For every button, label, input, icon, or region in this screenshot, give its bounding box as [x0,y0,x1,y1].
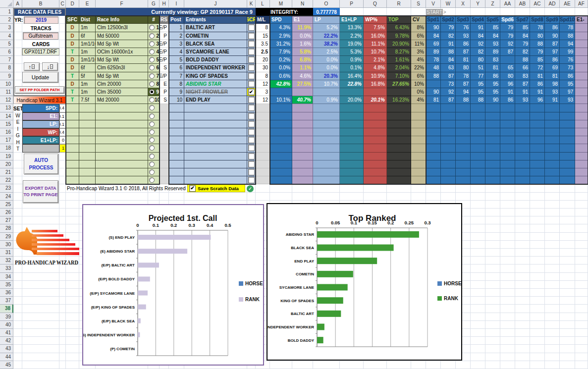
wp-cell[interactable]: 16.8% [364,80,387,88]
row-header-14[interactable]: 14 [0,112,13,120]
morning-line-cell[interactable]: 15 [256,32,270,40]
morning-line-cell[interactable] [256,104,270,112]
e1lp-cell[interactable] [340,168,364,176]
speed-fig-cell[interactable] [441,153,456,160]
wp-cell[interactable] [364,160,387,168]
column-header-L[interactable]: L [256,0,270,8]
speed-fig-cell[interactable]: 91 [545,96,560,104]
speed-fig-cell[interactable] [485,176,500,184]
column-header-C[interactable]: C [59,0,66,8]
checkbox-icon[interactable]: ✔ [189,185,196,192]
select-all-corner[interactable] [0,0,13,8]
speed-fig-cell[interactable] [485,128,500,136]
speed-fig-cell[interactable]: 80 [530,32,545,40]
race-info-cell[interactable] [96,104,148,112]
dist-cell[interactable]: 5f [79,72,96,80]
header-rs[interactable]: RS [160,16,169,24]
e1lp-cell[interactable]: 20.0% [340,96,364,104]
cv-cell[interactable]: 10% [411,80,426,88]
radio-icon[interactable] [149,169,155,175]
speed-fig-cell[interactable]: 77 [471,72,485,80]
e1lp-cell[interactable]: 13.3% [340,24,364,32]
row-header-11[interactable]: 11 [0,88,13,96]
set-pp-folder-path-button[interactable]: SET PP FOLDER PATH [15,86,64,94]
speed-fig-cell[interactable]: 87 [500,48,515,56]
e1lp-cell[interactable] [340,128,364,136]
speed-fig-cell[interactable]: 93 [545,88,560,96]
speed-fig-cell[interactable] [545,153,560,160]
row-header-25[interactable]: 25 [0,201,13,209]
speed-fig-cell[interactable] [545,128,560,136]
speed-fig-cell[interactable] [426,144,441,152]
speed-fig-cell[interactable] [471,112,485,120]
dist-cell[interactable] [79,136,96,144]
header-top[interactable]: TOP [387,16,411,24]
entrant-cell[interactable] [184,104,247,112]
wp-cell[interactable]: 7.5% [364,24,387,32]
speed-fig-cell[interactable]: 98 [545,80,560,88]
e1lp-cell[interactable] [340,153,364,160]
scr-cell[interactable] [247,120,256,128]
speed-fig-cell[interactable] [441,144,456,152]
speed-fig-cell[interactable]: 79 [500,32,515,40]
scr-cell[interactable] [247,72,256,80]
e1-minus-cell[interactable] [575,168,588,176]
scr-cell[interactable] [247,176,256,184]
speed-fig-cell[interactable]: 92 [471,40,485,48]
checkbox-icon[interactable] [248,49,255,55]
speed-fig-cell[interactable] [545,144,560,152]
speed-fig-cell[interactable] [545,120,560,128]
speed-fig-cell[interactable] [545,104,560,112]
sfc-cell[interactable] [66,120,79,128]
row-header-17[interactable]: 17 [0,136,13,144]
checkbox-icon[interactable] [248,153,255,159]
run-style-cell[interactable] [160,168,169,176]
e1lp-cell[interactable] [340,120,364,128]
speed-fig-cell[interactable]: 94 [560,40,575,48]
speed-fig-cell[interactable] [515,144,530,152]
header-spd9[interactable]: Spd9 [545,16,560,24]
row-header-12[interactable]: 12 [0,96,13,104]
wp-cell[interactable]: 16.0% [364,32,387,40]
e1-minus-cell[interactable] [575,160,588,168]
speed-fig-cell[interactable]: 93 [485,40,500,48]
cv-cell[interactable] [411,112,426,120]
row-header-8[interactable]: 8 [0,64,13,72]
race-number-cell[interactable]: 10 [148,96,160,104]
speed-fig-cell[interactable]: 91 [515,88,530,96]
race-number-cell[interactable] [148,104,160,112]
run-style-cell[interactable]: E/P [160,48,169,56]
speed-fig-cell[interactable]: 86 [560,72,575,80]
header--[interactable]: # [148,16,160,24]
e1-cell[interactable]: 11.9% [292,24,313,32]
e1lp-cell[interactable]: 0.1% [340,64,364,72]
dist-cell[interactable]: 1m [79,48,96,56]
speed-fig-cell[interactable]: 81 [426,96,441,104]
race-number-cell[interactable]: 4 [148,48,160,56]
header-spd[interactable]: SPD [270,16,292,24]
lp-cell[interactable] [313,168,340,176]
speed-fig-cell[interactable] [515,168,530,176]
column-header-P[interactable]: P [340,0,364,8]
post-cell[interactable] [169,128,184,136]
row-header-20[interactable]: 20 [0,160,13,168]
speed-fig-cell[interactable] [515,136,530,144]
wp-cell[interactable]: 11.1% [364,40,387,48]
radio-icon[interactable] [149,129,155,135]
row-header-22[interactable]: 22 [0,176,13,184]
spd-cell[interactable]: 0.2% [270,56,292,64]
speed-fig-cell[interactable]: 97 [545,48,560,56]
morning-line-cell[interactable] [256,168,270,176]
speed-fig-cell[interactable]: 91 [500,88,515,96]
sfc-cell[interactable]: T [66,72,79,80]
lp-cell[interactable] [313,104,340,112]
column-header-K[interactable]: K [247,0,256,8]
scr-cell[interactable] [247,104,256,112]
dist-cell[interactable]: 7.5f [79,96,96,104]
speed-fig-cell[interactable] [426,168,441,176]
weight-total[interactable]: 1 [59,144,66,152]
dist-cell[interactable] [79,128,96,136]
speed-fig-cell[interactable]: 79 [515,40,530,48]
speed-fig-cell[interactable] [500,112,515,120]
speed-fig-cell[interactable] [441,128,456,136]
